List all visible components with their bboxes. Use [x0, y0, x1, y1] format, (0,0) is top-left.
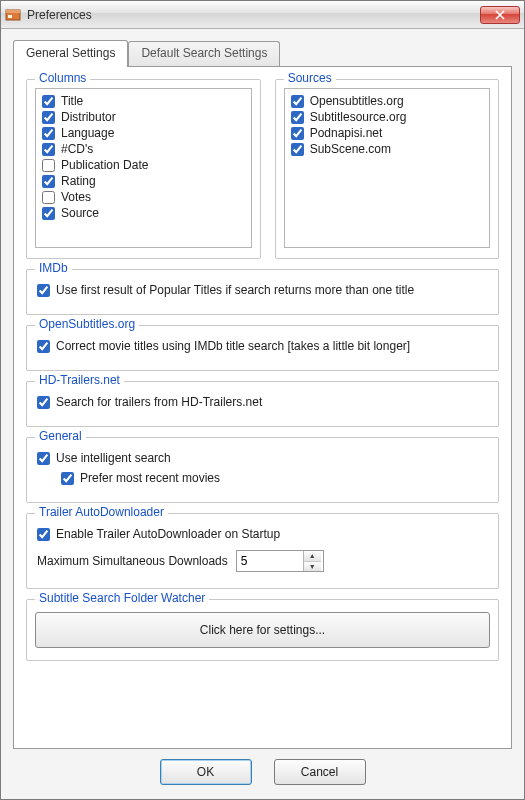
group-columns-legend: Columns	[35, 71, 90, 85]
column-checkbox-cds[interactable]	[42, 143, 55, 156]
max-downloads-spinner[interactable]: ▲ ▼	[236, 550, 324, 572]
hdtrailers-search-trailers-label: Search for trailers from HD-Trailers.net	[56, 395, 262, 409]
source-checkbox-opensubtitles[interactable]	[291, 95, 304, 108]
source-item-subtitlesource[interactable]: Subtitlesource.org	[291, 109, 483, 125]
source-item-podnapisi[interactable]: Podnapisi.net	[291, 125, 483, 141]
source-item-subscene[interactable]: SubScene.com	[291, 141, 483, 157]
column-label: Publication Date	[61, 158, 148, 172]
window-title: Preferences	[27, 8, 480, 22]
general-intelligent-search-label: Use intelligent search	[56, 451, 171, 465]
spin-up-button[interactable]: ▲	[304, 551, 321, 562]
column-item-distributor[interactable]: Distributor	[42, 109, 245, 125]
source-checkbox-podnapisi[interactable]	[291, 127, 304, 140]
group-general-legend: General	[35, 429, 86, 443]
column-label: #CD's	[61, 142, 93, 156]
app-icon	[5, 7, 21, 23]
column-label: Language	[61, 126, 114, 140]
group-hdtrailers: HD-Trailers.net Search for trailers from…	[26, 381, 499, 427]
column-checkbox-title[interactable]	[42, 95, 55, 108]
column-checkbox-publication-date[interactable]	[42, 159, 55, 172]
source-label: Podnapisi.net	[310, 126, 383, 140]
svg-rect-1	[6, 10, 20, 13]
column-checkbox-source[interactable]	[42, 207, 55, 220]
spin-down-button[interactable]: ▼	[304, 562, 321, 572]
group-opensubtitles: OpenSubtitles.org Correct movie titles u…	[26, 325, 499, 371]
column-label: Rating	[61, 174, 96, 188]
sources-listbox[interactable]: Opensubtitles.org Subtitlesource.org Pod…	[284, 88, 490, 248]
subtitle-watcher-settings-button[interactable]: Click here for settings...	[35, 612, 490, 648]
tab-panel-general: Columns Title Distributor Language #CD's…	[13, 66, 512, 749]
general-intelligent-search[interactable]: Use intelligent search	[37, 450, 488, 466]
max-downloads-label: Maximum Simultaneous Downloads	[37, 554, 228, 568]
group-trailer-autodownloader: Trailer AutoDownloader Enable Trailer Au…	[26, 513, 499, 589]
opensubtitles-correct-titles-checkbox[interactable]	[37, 340, 50, 353]
opensubtitles-correct-titles-label: Correct movie titles using IMDb title se…	[56, 339, 410, 353]
trailer-enable-startup[interactable]: Enable Trailer AutoDownloader on Startup	[37, 526, 488, 542]
tab-general-settings[interactable]: General Settings	[13, 40, 128, 67]
column-label: Votes	[61, 190, 91, 204]
group-hdtrailers-legend: HD-Trailers.net	[35, 373, 124, 387]
trailer-enable-startup-label: Enable Trailer AutoDownloader on Startup	[56, 527, 280, 541]
imdb-use-first-result-checkbox[interactable]	[37, 284, 50, 297]
client-area: General Settings Default Search Settings…	[1, 29, 524, 799]
source-label: Opensubtitles.org	[310, 94, 404, 108]
group-subtitle-watcher-legend: Subtitle Search Folder Watcher	[35, 591, 209, 605]
cancel-button[interactable]: Cancel	[274, 759, 366, 785]
source-label: Subtitlesource.org	[310, 110, 407, 124]
column-checkbox-votes[interactable]	[42, 191, 55, 204]
columns-listbox[interactable]: Title Distributor Language #CD's Publica…	[35, 88, 252, 248]
source-checkbox-subtitlesource[interactable]	[291, 111, 304, 124]
tab-default-search-settings[interactable]: Default Search Settings	[128, 41, 280, 66]
column-item-votes[interactable]: Votes	[42, 189, 245, 205]
general-prefer-recent-label: Prefer most recent movies	[80, 471, 220, 485]
source-label: SubScene.com	[310, 142, 391, 156]
general-intelligent-search-checkbox[interactable]	[37, 452, 50, 465]
group-sources-legend: Sources	[284, 71, 336, 85]
trailer-enable-startup-checkbox[interactable]	[37, 528, 50, 541]
source-checkbox-subscene[interactable]	[291, 143, 304, 156]
group-trailer-autodownloader-legend: Trailer AutoDownloader	[35, 505, 168, 519]
column-checkbox-distributor[interactable]	[42, 111, 55, 124]
column-item-publication-date[interactable]: Publication Date	[42, 157, 245, 173]
column-checkbox-rating[interactable]	[42, 175, 55, 188]
general-prefer-recent-checkbox[interactable]	[61, 472, 74, 485]
column-label: Distributor	[61, 110, 116, 124]
imdb-use-first-result[interactable]: Use first result of Popular Titles if se…	[37, 282, 488, 298]
group-opensubtitles-legend: OpenSubtitles.org	[35, 317, 139, 331]
preferences-window: Preferences General Settings Default Sea…	[0, 0, 525, 800]
group-imdb-legend: IMDb	[35, 261, 72, 275]
imdb-use-first-result-label: Use first result of Popular Titles if se…	[56, 283, 414, 297]
group-general: General Use intelligent search Prefer mo…	[26, 437, 499, 503]
group-subtitle-watcher: Subtitle Search Folder Watcher Click her…	[26, 599, 499, 661]
column-item-source[interactable]: Source	[42, 205, 245, 221]
column-item-rating[interactable]: Rating	[42, 173, 245, 189]
ok-button[interactable]: OK	[160, 759, 252, 785]
column-label: Source	[61, 206, 99, 220]
max-downloads-input[interactable]	[237, 551, 303, 571]
close-button[interactable]	[480, 6, 520, 24]
opensubtitles-correct-titles[interactable]: Correct movie titles using IMDb title se…	[37, 338, 488, 354]
hdtrailers-search-trailers-checkbox[interactable]	[37, 396, 50, 409]
dialog-button-row: OK Cancel	[13, 749, 512, 791]
source-item-opensubtitles[interactable]: Opensubtitles.org	[291, 93, 483, 109]
svg-rect-2	[8, 15, 12, 18]
column-item-title[interactable]: Title	[42, 93, 245, 109]
column-label: Title	[61, 94, 83, 108]
column-item-language[interactable]: Language	[42, 125, 245, 141]
title-bar: Preferences	[1, 1, 524, 29]
hdtrailers-search-trailers[interactable]: Search for trailers from HD-Trailers.net	[37, 394, 488, 410]
column-checkbox-language[interactable]	[42, 127, 55, 140]
group-columns: Columns Title Distributor Language #CD's…	[26, 79, 261, 259]
group-imdb: IMDb Use first result of Popular Titles …	[26, 269, 499, 315]
general-prefer-recent[interactable]: Prefer most recent movies	[61, 470, 488, 486]
column-item-cds[interactable]: #CD's	[42, 141, 245, 157]
tab-strip: General Settings Default Search Settings	[13, 39, 512, 66]
group-sources: Sources Opensubtitles.org Subtitlesource…	[275, 79, 499, 259]
